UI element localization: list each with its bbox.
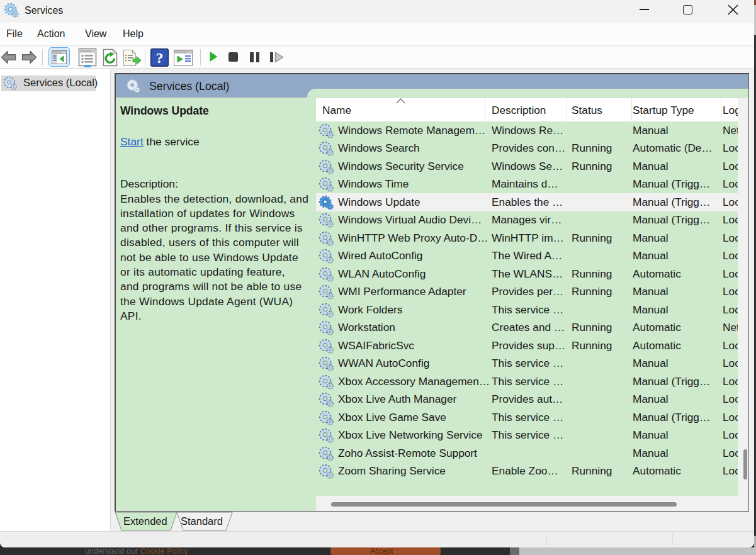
svg-text:?: ? (156, 50, 164, 66)
